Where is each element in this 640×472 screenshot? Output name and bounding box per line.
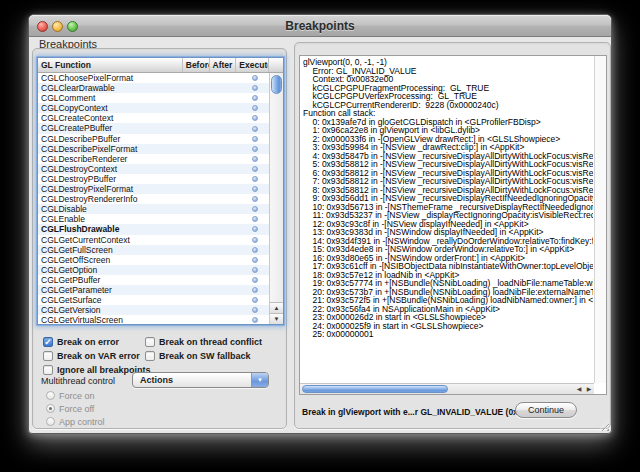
scroll-left-icon[interactable]: ◀ bbox=[574, 384, 584, 394]
before-cell[interactable] bbox=[184, 295, 211, 305]
table-row-cgldisable[interactable]: CGLDisable bbox=[38, 204, 271, 214]
after-cell[interactable] bbox=[211, 285, 238, 295]
execute-cell[interactable] bbox=[238, 265, 271, 275]
after-cell[interactable] bbox=[211, 315, 238, 324]
execute-cell[interactable] bbox=[238, 275, 271, 285]
execute-cell[interactable] bbox=[238, 194, 271, 204]
execute-cell[interactable] bbox=[238, 224, 271, 234]
checkbox-break-on-thread-conflict[interactable]: Break on thread conflict bbox=[145, 335, 262, 349]
execute-cell[interactable] bbox=[238, 305, 271, 315]
checkbox-break-on-error[interactable]: ✓Break on error bbox=[43, 335, 151, 349]
execute-cell[interactable] bbox=[238, 245, 271, 255]
table-row-cglgetoption[interactable]: CGLGetOption bbox=[38, 265, 271, 275]
gl-function-table[interactable]: GL Function Before After Execute CGLChoo… bbox=[37, 57, 284, 325]
table-row-cgldestroycontext[interactable]: CGLDestroyContext bbox=[38, 164, 271, 174]
scroll-right-icon[interactable]: ▶ bbox=[584, 384, 594, 394]
before-cell[interactable] bbox=[184, 204, 211, 214]
checkbox-unchecked-icon[interactable] bbox=[43, 365, 53, 375]
before-cell[interactable] bbox=[184, 194, 211, 204]
after-cell[interactable] bbox=[211, 154, 238, 164]
after-cell[interactable] bbox=[211, 194, 238, 204]
before-cell[interactable] bbox=[184, 83, 211, 93]
before-cell[interactable] bbox=[184, 134, 211, 144]
breakpoint-dot-icon[interactable] bbox=[252, 247, 258, 253]
before-cell[interactable] bbox=[184, 285, 211, 295]
execute-cell[interactable] bbox=[238, 73, 271, 83]
table-row-cglflushdrawable[interactable]: CGLFlushDrawable bbox=[38, 224, 271, 234]
execute-cell[interactable] bbox=[238, 83, 271, 93]
after-cell[interactable] bbox=[211, 255, 238, 265]
before-cell[interactable] bbox=[184, 174, 211, 184]
breakpoint-dot-icon[interactable] bbox=[252, 237, 258, 243]
after-cell[interactable] bbox=[211, 83, 238, 93]
before-cell[interactable] bbox=[184, 113, 211, 123]
execute-cell[interactable] bbox=[238, 214, 271, 224]
execute-cell[interactable] bbox=[238, 154, 271, 164]
before-cell[interactable] bbox=[184, 103, 211, 113]
window-titlebar[interactable]: Breakpoints bbox=[29, 15, 611, 37]
after-cell[interactable] bbox=[211, 144, 238, 154]
breakpoint-dot-icon[interactable] bbox=[252, 105, 258, 111]
checkbox-unchecked-icon[interactable] bbox=[43, 351, 53, 361]
console-vertical-scrollbar[interactable] bbox=[594, 56, 606, 383]
table-row-cglcopycontext[interactable]: CGLCopyContext bbox=[38, 103, 271, 113]
breakpoint-dot-icon[interactable] bbox=[252, 95, 258, 101]
breakpoint-dot-icon[interactable] bbox=[252, 146, 258, 152]
after-cell[interactable] bbox=[211, 123, 238, 133]
execute-cell[interactable] bbox=[238, 103, 271, 113]
actions-dropdown[interactable]: Actions ▼ bbox=[132, 372, 269, 388]
console-horizontal-scrollbar[interactable]: ◀ ▶ bbox=[300, 383, 594, 394]
breakpoint-dot-icon[interactable] bbox=[252, 176, 258, 182]
table-row-cglgetsurface[interactable]: CGLGetSurface bbox=[38, 295, 271, 305]
before-cell[interactable] bbox=[184, 224, 211, 234]
table-row-cgldestroyrendererinfo[interactable]: CGLDestroyRendererInfo bbox=[38, 194, 271, 204]
after-cell[interactable] bbox=[211, 164, 238, 174]
scroll-down-icon[interactable]: ▼ bbox=[270, 313, 283, 324]
before-cell[interactable] bbox=[184, 93, 211, 103]
before-cell[interactable] bbox=[184, 123, 211, 133]
breakpoint-dot-icon[interactable] bbox=[252, 115, 258, 121]
table-scrollbar-thumb[interactable] bbox=[271, 75, 282, 94]
breakpoint-dot-icon[interactable] bbox=[252, 85, 258, 91]
execute-cell[interactable] bbox=[238, 174, 271, 184]
before-cell[interactable] bbox=[184, 265, 211, 275]
before-cell[interactable] bbox=[184, 235, 211, 245]
execute-cell[interactable] bbox=[238, 123, 271, 133]
execute-cell[interactable] bbox=[238, 255, 271, 265]
execute-cell[interactable] bbox=[238, 113, 271, 123]
table-row-cglgetvirtualscreen[interactable]: CGLGetVirtualScreen bbox=[38, 315, 271, 324]
table-row-cglcleardrawable[interactable]: CGLClearDrawable bbox=[38, 83, 271, 93]
table-row-cglgetparameter[interactable]: CGLGetParameter bbox=[38, 285, 271, 295]
execute-cell[interactable] bbox=[238, 285, 271, 295]
table-row-cglcreatecontext[interactable]: CGLCreateContext bbox=[38, 113, 271, 123]
breakpoint-dot-icon[interactable] bbox=[252, 206, 258, 212]
before-cell[interactable] bbox=[184, 315, 211, 324]
breakpoint-dot-icon[interactable] bbox=[252, 257, 258, 263]
table-row-cglcreatepbuffer[interactable]: CGLCreatePBuffer bbox=[38, 123, 271, 133]
after-cell[interactable] bbox=[211, 275, 238, 285]
after-cell[interactable] bbox=[211, 103, 238, 113]
table-row-cgldestroypbuffer[interactable]: CGLDestroyPBuffer bbox=[38, 174, 271, 184]
after-cell[interactable] bbox=[211, 224, 238, 234]
table-row-cglenable[interactable]: CGLEnable bbox=[38, 214, 271, 224]
before-cell[interactable] bbox=[184, 154, 211, 164]
before-cell[interactable] bbox=[184, 164, 211, 174]
breakpoint-dot-icon[interactable] bbox=[252, 156, 258, 162]
checkbox-checked-icon[interactable]: ✓ bbox=[43, 337, 53, 347]
checkbox-break-on-var-error[interactable]: Break on VAR error bbox=[43, 349, 151, 363]
after-cell[interactable] bbox=[211, 184, 238, 194]
before-cell[interactable] bbox=[184, 305, 211, 315]
after-cell[interactable] bbox=[211, 93, 238, 103]
checkbox-break-on-sw-fallback[interactable]: Break on SW fallback bbox=[145, 349, 262, 363]
table-row-cgldescriberenderer[interactable]: CGLDescribeRenderer bbox=[38, 154, 271, 164]
after-cell[interactable] bbox=[211, 73, 238, 83]
breakpoint-dot-icon[interactable] bbox=[252, 287, 258, 293]
execute-cell[interactable] bbox=[238, 315, 271, 324]
console-hscroll-thumb[interactable] bbox=[302, 385, 448, 393]
table-row-cglgetpbuffer[interactable]: CGLGetPBuffer bbox=[38, 275, 271, 285]
before-cell[interactable] bbox=[184, 73, 211, 83]
before-cell[interactable] bbox=[184, 144, 211, 154]
before-cell[interactable] bbox=[184, 245, 211, 255]
table-scrollbar[interactable]: ▲ ▼ bbox=[269, 73, 283, 324]
breakpoint-dot-icon[interactable] bbox=[252, 317, 258, 323]
